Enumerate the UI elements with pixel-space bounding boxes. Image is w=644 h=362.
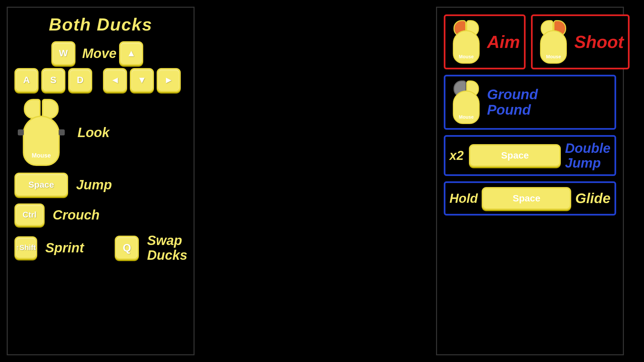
mouse-side-right	[59, 129, 65, 135]
key-q[interactable]: Q	[115, 236, 139, 260]
key-space-glide[interactable]: Space	[482, 187, 571, 210]
sprint-label: Sprint	[45, 240, 84, 255]
jump-row: Space Jump	[14, 173, 187, 197]
key-space-dj[interactable]: Space	[469, 144, 561, 167]
x2-label: x2	[449, 148, 464, 163]
look-section: Mouse Look	[14, 99, 187, 166]
move-row-bottom: A S D ◄ ▼ ►	[14, 68, 187, 92]
gp-mouse-label: Mouse	[459, 114, 474, 120]
key-down[interactable]: ▼	[130, 68, 154, 92]
crouch-row: Ctrl Crouch	[14, 203, 187, 226]
key-shift[interactable]: ↑Shift	[14, 236, 37, 259]
key-w[interactable]: W	[51, 41, 75, 65]
mouse-visual-look: Mouse	[14, 99, 68, 166]
aim-mouse-label: Mouse	[459, 54, 474, 59]
glide-box: Hold Space Glide	[444, 181, 616, 216]
ground-pound-mouse-icon: Mouse	[449, 80, 483, 124]
double-jump-label: DoubleJump	[565, 141, 610, 170]
swap-label: SwapDucks	[147, 233, 187, 262]
key-ctrl[interactable]: Ctrl	[14, 203, 45, 226]
move-label: Move	[82, 46, 116, 61]
crouch-label: Crouch	[53, 207, 100, 223]
shoot-label: Shoot	[574, 32, 624, 52]
ground-pound-box: Mouse GroundPound	[444, 75, 616, 130]
right-panel: Mouse Aim Mouse Shoot	[436, 7, 624, 355]
aim-mouse-icon: Mouse	[449, 20, 483, 64]
key-space[interactable]: Space	[14, 173, 68, 197]
hold-label: Hold	[449, 191, 478, 206]
aim-label: Aim	[487, 32, 520, 52]
panel-title: Both Ducks	[14, 14, 187, 35]
look-label: Look	[77, 125, 110, 140]
mouse-text-look: Mouse	[32, 152, 51, 159]
sprint-swap-row: ↑Shift Sprint Q SwapDucks	[14, 233, 187, 262]
key-d[interactable]: D	[68, 68, 92, 92]
left-panel: Both Ducks W Move ▲ A S D ◄ ▼ ►	[7, 7, 195, 355]
move-section: W Move ▲ A S D ◄ ▼ ►	[14, 41, 187, 92]
shoot-mouse-label: Mouse	[546, 54, 561, 59]
shoot-box: Mouse Shoot	[531, 14, 629, 69]
key-right[interactable]: ►	[157, 68, 181, 92]
jump-label: Jump	[76, 177, 112, 192]
key-a[interactable]: A	[14, 68, 39, 92]
shoot-mouse-icon: Mouse	[537, 20, 570, 64]
move-row-top: W Move ▲	[14, 41, 187, 65]
mouse-side-left	[18, 129, 24, 135]
top-action-row: Mouse Aim Mouse Shoot	[444, 14, 616, 69]
ground-pound-label: GroundPound	[487, 87, 538, 118]
key-s[interactable]: S	[41, 68, 65, 92]
key-left[interactable]: ◄	[103, 68, 127, 92]
aim-box: Mouse Aim	[444, 14, 526, 69]
double-jump-box: x2 Space DoubleJump	[444, 135, 616, 176]
glide-label: Glide	[575, 190, 610, 206]
key-up[interactable]: ▲	[119, 41, 143, 65]
